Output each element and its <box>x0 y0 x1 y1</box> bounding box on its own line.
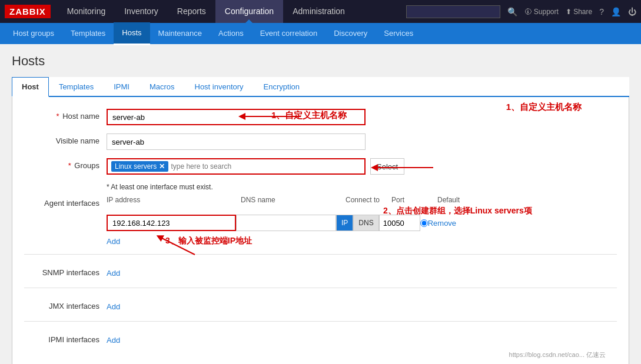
col-port-header: Port <box>391 196 433 204</box>
subnav-discovery[interactable]: Discovery <box>326 23 376 44</box>
top-nav-items: Monitoring Inventory Reports Configurati… <box>58 0 407 23</box>
required-star: * <box>56 112 59 121</box>
nav-inventory[interactable]: Inventory <box>115 0 168 23</box>
annotation-3-text: 3、输入被监控端IP地址 <box>165 236 252 246</box>
subnav-hostgroups[interactable]: Host groups <box>5 23 62 44</box>
tab-templates[interactable]: Templates <box>49 77 104 97</box>
tab-macros[interactable]: Macros <box>140 77 185 97</box>
tab-encryption[interactable]: Encryption <box>254 77 310 97</box>
subnav-event-correlation[interactable]: Event correlation <box>252 23 326 44</box>
connect-btns: IP DNS <box>336 215 379 231</box>
jmx-label: JMX interfaces <box>24 299 107 310</box>
top-navigation: ZABBIX Monitoring Inventory Reports Conf… <box>0 0 641 23</box>
ipmi-interfaces-row: IPMI interfaces Add <box>24 330 617 346</box>
interface-notice: * At least one interface must exist. <box>107 183 617 191</box>
jmx-interfaces-row: JMX interfaces Add <box>24 296 617 313</box>
page-title: Hosts <box>12 54 629 69</box>
tab-host[interactable]: Host <box>12 77 49 97</box>
subnav-actions[interactable]: Actions <box>210 23 252 44</box>
nav-configuration[interactable]: Configuration <box>215 0 283 23</box>
sub-navigation: Host groups Templates Hosts Maintenance … <box>0 23 641 44</box>
hostname-label: * Host name <box>24 109 107 121</box>
visiblename-input[interactable] <box>107 133 366 150</box>
connect-dns-btn[interactable]: DNS <box>353 215 378 231</box>
nav-reports[interactable]: Reports <box>168 0 215 23</box>
groups-label: * Groups <box>24 158 107 170</box>
snmp-label: SNMP interfaces <box>24 265 107 277</box>
remove-link[interactable]: Remove <box>428 219 456 228</box>
help-icon[interactable]: ? <box>599 7 604 16</box>
user-icon[interactable]: 👤 <box>611 7 621 16</box>
divider-3 <box>24 321 617 322</box>
subnav-maintenance[interactable]: Maintenance <box>150 23 210 44</box>
group-tag-close[interactable]: ✕ <box>159 162 165 171</box>
agent-interfaces-header-row: Agent interfaces IP address DNS name Con… <box>24 196 617 212</box>
groups-field[interactable]: Linux servers ✕ <box>107 158 366 175</box>
col-dns-header: DNS name <box>241 196 341 204</box>
support-link[interactable]: 🛈 Support <box>524 8 558 16</box>
add-agent-link[interactable]: Add <box>107 237 120 246</box>
form-container: 1、自定义主机名称 * Host name 1、自定义主机 <box>12 97 629 364</box>
groups-row: * Groups Linux servers ✕ <box>24 158 617 175</box>
top-nav-right: 🔍 🛈 Support ⬆ Share ? 👤 ⏻ <box>406 5 636 18</box>
dns-name-input[interactable] <box>236 215 336 231</box>
subnav-hosts[interactable]: Hosts <box>114 22 150 45</box>
group-tag: Linux servers ✕ <box>111 161 168 172</box>
tab-bar: Host Templates IPMI Macros Host inventor… <box>12 77 629 97</box>
ipmi-add-link[interactable]: Add <box>107 336 120 345</box>
interface-col-headers: IP address DNS name Connect to Port Defa… <box>107 196 473 204</box>
nav-administration[interactable]: Administration <box>283 0 354 23</box>
search-input[interactable] <box>406 5 500 18</box>
snmp-add-link[interactable]: Add <box>107 269 120 278</box>
logo: ZABBIX <box>5 5 51 18</box>
share-link[interactable]: ⬆ Share <box>566 8 592 16</box>
tab-ipmi[interactable]: IPMI <box>104 77 140 97</box>
snmp-interfaces-row: SNMP interfaces Add <box>24 263 617 279</box>
select-button[interactable]: Select <box>370 158 404 175</box>
visiblename-label: Visible name <box>24 133 107 145</box>
jmx-add-link[interactable]: Add <box>107 302 120 311</box>
col-connect-header: Connect to <box>346 196 387 204</box>
arrow-3 <box>142 231 260 261</box>
default-radio-input[interactable] <box>420 219 428 227</box>
agent-interfaces-label: Agent interfaces <box>24 196 107 208</box>
divider-2 <box>24 288 617 288</box>
default-radio <box>420 219 428 227</box>
ip-address-input[interactable] <box>107 215 236 231</box>
visiblename-row: Visible name <box>24 133 617 150</box>
power-icon[interactable]: ⏻ <box>628 7 636 16</box>
connect-ip-btn[interactable]: IP <box>336 215 353 231</box>
hostname-input[interactable] <box>107 109 366 125</box>
col-default-header: Default <box>437 196 473 204</box>
subnav-templates[interactable]: Templates <box>62 23 114 44</box>
subnav-services[interactable]: Services <box>376 23 421 44</box>
col-ip-header: IP address <box>107 196 236 204</box>
divider-1 <box>24 254 617 255</box>
nav-monitoring[interactable]: Monitoring <box>58 0 115 23</box>
agent-interfaces-data-row: IP DNS Remove 3、输入被监控端IP地址 <box>24 215 617 231</box>
watermark: https://blog.csdn.net/cao... 亿速云 <box>509 350 606 359</box>
ipmi-label: IPMI interfaces <box>24 332 107 344</box>
tab-host-inventory[interactable]: Host inventory <box>185 77 254 97</box>
svg-line-5 <box>160 237 195 255</box>
page-content: Hosts Host Templates IPMI Macros Host in… <box>0 44 641 364</box>
search-icon[interactable]: 🔍 <box>507 7 517 16</box>
groups-search-input[interactable] <box>171 162 361 171</box>
hostname-row: * Host name 1、自定义主机名称 <box>24 109 617 125</box>
port-input[interactable] <box>379 215 420 231</box>
